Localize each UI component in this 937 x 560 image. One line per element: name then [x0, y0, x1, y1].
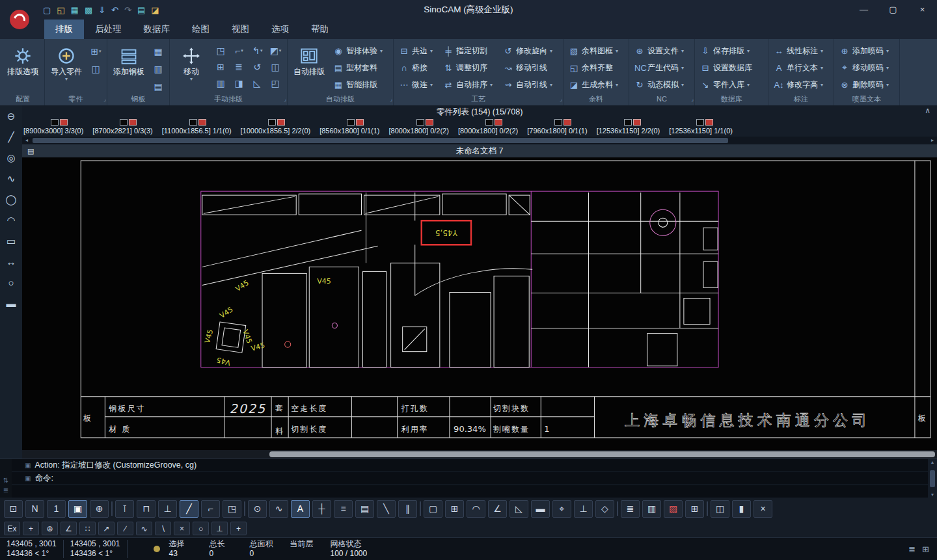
scroll-up-icon[interactable]: ▲: [930, 460, 935, 464]
rotate-corner-icon[interactable]: ⌐▾: [231, 43, 247, 58]
part-to-library-button[interactable]: ↘ 零件入库 ▾: [698, 76, 765, 93]
add-plate-button[interactable]: 添加钢板: [110, 41, 148, 94]
boxed-dot-icon[interactable]: ⊙: [248, 500, 267, 518]
selection-filter-icon[interactable]: ▣: [68, 500, 87, 518]
list-lines-icon[interactable]: ≣: [621, 500, 640, 518]
arrow-ne-icon[interactable]: ↗: [98, 522, 115, 535]
circle-tool-icon[interactable]: ○: [3, 276, 19, 290]
slash-icon[interactable]: ∕: [117, 522, 133, 535]
scrollbar-thumb[interactable]: [930, 470, 935, 487]
single-line-text-button[interactable]: A 单行文本 ▾: [771, 59, 831, 76]
dynamic-simulation-button[interactable]: ↻ 动态模拟 ▾: [632, 76, 692, 93]
ex-mode-button[interactable]: Ex: [4, 522, 20, 535]
part-item[interactable]: [10000x1856.5] 2/2(0): [241, 118, 311, 137]
clip-region-icon[interactable]: ◳: [223, 500, 241, 518]
canvas-hscrollbar[interactable]: [22, 450, 937, 459]
menu-tab[interactable]: 绘图: [181, 20, 221, 39]
align-corner-icon[interactable]: ◳: [213, 43, 229, 58]
node-snap-icon[interactable]: ⊺: [115, 500, 134, 518]
part-item[interactable]: [12536x1150] 2/2(0): [597, 118, 660, 137]
undo-icon[interactable]: ↶: [111, 5, 118, 15]
dual-box-icon[interactable]: ◫: [711, 500, 729, 518]
redo-icon[interactable]: ↷: [124, 5, 131, 15]
maximize-button[interactable]: ▢: [878, 0, 908, 20]
command-prompt-row[interactable]: ▣ 命令:: [12, 472, 928, 485]
generate-code-button[interactable]: NC 产生代码 ▾: [632, 59, 692, 76]
plate-lines-icon[interactable]: ▤: [150, 79, 167, 94]
point-tool-icon[interactable]: ◎: [3, 151, 19, 165]
squiggle-icon[interactable]: ∿: [136, 522, 152, 535]
menu-tab[interactable]: 后处理: [84, 20, 133, 39]
plus-tool-icon[interactable]: +: [230, 522, 247, 535]
triangle-icon[interactable]: ◺: [509, 500, 528, 518]
delete-inkjet-text-button[interactable]: ⊗ 删除喷码 ▾: [837, 76, 897, 93]
part-item[interactable]: [8000x1800] 0/2(2): [389, 118, 449, 137]
part-item[interactable]: [8700x2821] 0/3(3): [92, 118, 152, 137]
command-scrollbar[interactable]: ▲ ▼: [928, 459, 937, 498]
auto-sequence-button[interactable]: ⇄ 自动排序 ▾: [441, 76, 500, 93]
part-item[interactable]: [8900x3000] 3/3(0): [23, 118, 83, 137]
dialog-launcher-icon[interactable]: ⌟: [560, 94, 562, 104]
database-settings-button[interactable]: ⊟ 设置数据库: [698, 59, 765, 76]
circle-minus-tool-icon[interactable]: ⊖: [3, 109, 19, 124]
plate-rows-icon[interactable]: ▥: [150, 61, 167, 76]
auto-nest-button[interactable]: 自动排版: [290, 41, 328, 94]
flag-icon[interactable]: ◪: [151, 5, 159, 15]
dialog-launcher-icon[interactable]: ⌟: [284, 94, 286, 104]
move-leadline-button[interactable]: ↝ 移动引线: [500, 59, 560, 76]
window-select-icon[interactable]: ⊡: [4, 500, 23, 518]
hatch-icon[interactable]: ▤: [355, 500, 374, 518]
half-top-icon[interactable]: ◩▾: [267, 43, 284, 58]
diamond-icon[interactable]: ◇: [595, 500, 614, 518]
linear-dimension-button[interactable]: ↔ 线性标注 ▾: [771, 42, 831, 59]
list-icon[interactable]: ≣: [231, 59, 247, 74]
part-item[interactable]: [7960x1800] 0/1(1): [527, 118, 587, 137]
center-snap-icon[interactable]: ⊕: [90, 500, 109, 518]
backslash-snap-icon[interactable]: ∖: [155, 522, 171, 535]
wave-icon[interactable]: ∿: [269, 500, 288, 518]
scrollbar-thumb[interactable]: [269, 451, 935, 457]
grid-box-icon[interactable]: ⊞: [445, 500, 464, 518]
circle-snap-icon[interactable]: ○: [193, 522, 209, 535]
dimension-tool-icon[interactable]: ↔: [3, 255, 19, 269]
part-item[interactable]: [8560x1800] 0/1(1): [319, 118, 379, 137]
menu-tab[interactable]: 帮助: [300, 20, 340, 39]
save-icon[interactable]: ▦: [71, 5, 79, 15]
swap-icon[interactable]: ⇅: [3, 477, 8, 484]
drawing-canvas[interactable]: V45 V45 V45 V45 V45 V45 V45 Y45,5 板 钢板尺: [22, 157, 937, 459]
grid-plus-icon[interactable]: ⊞: [685, 500, 704, 518]
part-grid-icon[interactable]: ⊞▾: [88, 44, 104, 59]
cross-snap-icon[interactable]: ┼: [312, 500, 331, 518]
remnant-align-button[interactable]: ◱ 余料齐整: [566, 59, 626, 76]
separator[interactable]: [420, 501, 421, 516]
scroll-right-icon[interactable]: ▸: [928, 137, 937, 144]
open-folder-icon[interactable]: ◱: [57, 5, 64, 15]
text-tool-icon[interactable]: A: [291, 500, 310, 518]
half-right-icon[interactable]: ◨: [231, 75, 247, 90]
bar-icon[interactable]: ▬: [531, 500, 550, 518]
smart-nest-trial-button[interactable]: ◉ 智排体验 ▾: [331, 42, 390, 59]
parts-scrollbar[interactable]: ◂ ▸: [22, 137, 937, 144]
close-x-icon[interactable]: ×: [174, 522, 190, 535]
array-icon[interactable]: ⊞: [213, 59, 229, 74]
numeric-tool-icon[interactable]: 1: [47, 500, 66, 518]
change-rotation-button[interactable]: ↺ 修改旋向 ▾: [500, 42, 560, 59]
common-edge-button[interactable]: ⊟ 共边 ▾: [396, 42, 441, 59]
bridge-button[interactable]: ∩ 桥接: [396, 59, 441, 76]
separator[interactable]: [617, 501, 618, 516]
move-button[interactable]: 移动 ▾: [172, 41, 210, 94]
part-boxes-icon[interactable]: ◫: [88, 61, 104, 76]
arc-tool-icon[interactable]: ◠: [3, 213, 19, 228]
rotate-ccw-icon[interactable]: ↺: [249, 59, 265, 74]
part-item[interactable]: [12536x1150] 1/1(0): [669, 118, 733, 137]
quarter-icon[interactable]: ◰: [267, 75, 284, 90]
ellipse-tool-icon[interactable]: ◯: [3, 193, 19, 207]
import-parts-button[interactable]: 导入零件 ▾: [48, 41, 85, 94]
grid-dots-icon[interactable]: ∷: [79, 522, 96, 535]
adjust-sequence-button[interactable]: ⇅ 调整切序: [441, 59, 500, 76]
print-icon[interactable]: ▤: [137, 5, 145, 15]
polyline-icon[interactable]: ⌐: [201, 500, 220, 518]
collapse-parts-icon[interactable]: ∧: [925, 106, 930, 115]
rows-icon[interactable]: ▥: [213, 75, 229, 90]
plate-fill-icon[interactable]: ▦: [150, 44, 167, 59]
